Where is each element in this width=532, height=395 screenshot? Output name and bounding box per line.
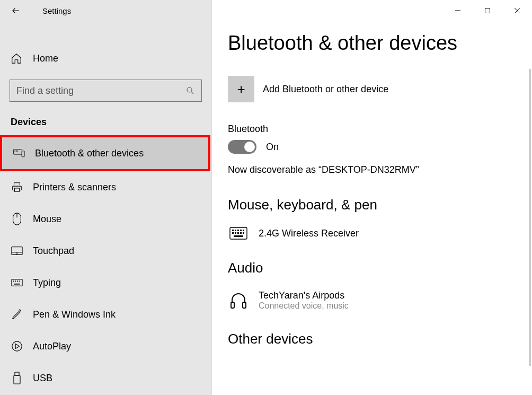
- svg-rect-11: [12, 279, 22, 286]
- home-icon: [11, 52, 22, 64]
- svg-rect-18: [15, 372, 19, 375]
- svg-rect-13: [15, 280, 16, 282]
- svg-rect-12: [13, 280, 14, 282]
- svg-rect-15: [19, 280, 20, 282]
- home-button[interactable]: Home: [0, 42, 211, 74]
- back-button[interactable]: [5, 0, 26, 21]
- arrow-left-icon: [11, 6, 21, 15]
- sidebar-item-mouse[interactable]: Mouse: [0, 203, 211, 235]
- sidebar-item-autoplay[interactable]: AutoPlay: [0, 330, 211, 362]
- svg-point-0: [187, 87, 192, 92]
- svg-rect-3: [16, 151, 17, 152]
- maximize-icon: [484, 7, 491, 14]
- window-controls: [443, 0, 532, 21]
- search-box[interactable]: [10, 80, 202, 102]
- svg-rect-24: [235, 230, 236, 231]
- sidebar-item-label: USB: [33, 373, 52, 384]
- device-row[interactable]: 2.4G Wireless Receiver: [228, 223, 516, 244]
- group-title-audio: Audio: [228, 260, 516, 276]
- devices-icon: [13, 148, 25, 158]
- svg-rect-28: [232, 232, 234, 234]
- sidebar-item-pen[interactable]: Pen & Windows Ink: [0, 299, 211, 330]
- svg-rect-27: [243, 230, 244, 231]
- svg-rect-1: [13, 150, 22, 154]
- bluetooth-state: On: [266, 142, 279, 153]
- svg-rect-29: [235, 232, 236, 234]
- sidebar-item-printers[interactable]: Printers & scanners: [0, 171, 211, 203]
- plus-icon: +: [228, 76, 254, 102]
- main-panel: Bluetooth & other devices + Add Bluetoot…: [212, 0, 532, 395]
- sidebar-item-label: Bluetooth & other devices: [35, 148, 144, 159]
- app-title: Settings: [42, 6, 71, 15]
- svg-rect-32: [243, 232, 244, 234]
- minimize-icon: [455, 7, 461, 14]
- device-row[interactable]: TechYaran's Airpods Connected voice, mus…: [228, 286, 516, 315]
- sidebar-item-label: AutoPlay: [33, 341, 71, 352]
- svg-rect-26: [240, 230, 242, 231]
- sidebar-item-label: Mouse: [33, 214, 61, 225]
- group-title-mkp: Mouse, keyboard, & pen: [228, 197, 516, 213]
- svg-point-17: [12, 341, 22, 351]
- sidebar-item-usb[interactable]: USB: [0, 362, 211, 394]
- svg-rect-33: [234, 235, 243, 237]
- group-title-other: Other devices: [228, 331, 516, 347]
- home-label: Home: [33, 53, 58, 64]
- sidebar: Settings Home Devices Bluetooth & other …: [0, 0, 212, 395]
- sidebar-item-typing[interactable]: Typing: [0, 267, 211, 299]
- keyboard-icon: [11, 278, 23, 287]
- add-device-label: Add Bluetooth or other device: [263, 84, 388, 95]
- highlight-box: Bluetooth & other devices: [0, 135, 210, 171]
- svg-rect-4: [17, 151, 19, 152]
- sidebar-item-label: Typing: [33, 277, 61, 288]
- minimize-button[interactable]: [443, 0, 473, 21]
- titlebar: Settings: [0, 0, 211, 21]
- svg-rect-16: [14, 284, 20, 285]
- maximize-button[interactable]: [473, 0, 502, 21]
- svg-rect-31: [240, 232, 242, 234]
- device-status: Connected voice, music: [259, 301, 349, 311]
- toggle-knob: [244, 142, 255, 152]
- svg-rect-21: [485, 8, 490, 13]
- sidebar-item-bluetooth[interactable]: Bluetooth & other devices: [2, 137, 208, 169]
- search-icon: [185, 86, 195, 95]
- bluetooth-toggle[interactable]: [228, 140, 256, 154]
- close-button[interactable]: [502, 0, 532, 21]
- touchpad-icon: [11, 246, 23, 256]
- svg-rect-14: [17, 280, 18, 282]
- sidebar-item-label: Pen & Windows Ink: [33, 309, 116, 320]
- svg-rect-23: [232, 230, 234, 231]
- discoverable-text: Now discoverable as “DESKTOP-DN32RMV”: [228, 164, 516, 175]
- usb-icon: [11, 372, 23, 384]
- sidebar-item-label: Printers & scanners: [33, 182, 116, 193]
- keyboard-icon: [228, 227, 249, 240]
- bluetooth-label: Bluetooth: [228, 124, 516, 135]
- device-name: 2.4G Wireless Receiver: [259, 228, 359, 239]
- printer-icon: [11, 181, 23, 193]
- pen-icon: [11, 309, 23, 320]
- category-label: Devices: [0, 112, 211, 135]
- svg-rect-19: [14, 375, 20, 384]
- scrollbar[interactable]: [529, 69, 531, 366]
- svg-rect-25: [237, 230, 239, 231]
- device-name: TechYaran's Airpods: [259, 290, 349, 301]
- add-device-button[interactable]: + Add Bluetooth or other device: [228, 76, 516, 102]
- sidebar-item-label: Touchpad: [33, 245, 74, 257]
- close-icon: [514, 7, 520, 14]
- mouse-icon: [11, 213, 23, 225]
- autoplay-icon: [11, 340, 23, 352]
- search-input[interactable]: [16, 85, 185, 96]
- headphones-icon: [228, 292, 249, 310]
- svg-rect-2: [15, 151, 16, 152]
- page-title: Bluetooth & other devices: [228, 32, 516, 55]
- sidebar-item-touchpad[interactable]: Touchpad: [0, 235, 211, 267]
- svg-rect-30: [237, 232, 239, 234]
